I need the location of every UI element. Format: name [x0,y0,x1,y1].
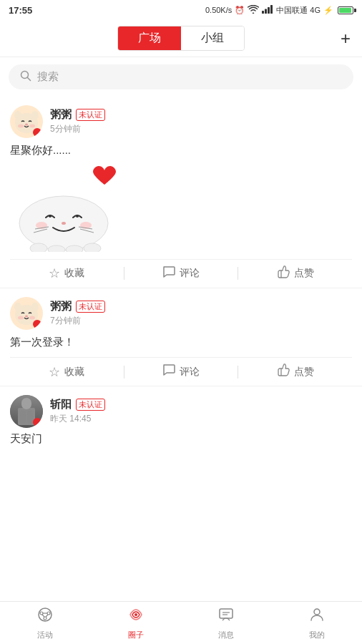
tab-guangchang[interactable]: 广场 [118,26,181,50]
post-username-row: 粥粥 未认证 [50,300,105,313]
thumbsup-icon [277,265,290,282]
post-username: 粥粥 [50,108,72,122]
post-username-row: 斩阳 未认证 [50,398,105,411]
avatar [10,105,43,138]
svg-point-16 [49,215,52,218]
search-bar[interactable]: 搜索 [9,64,353,89]
status-right: 0.50K/s ⏰ 中国联通 4G ⚡ [205,5,353,16]
status-time: 17:55 [9,5,32,16]
comment-button[interactable]: 评论 [124,364,238,380]
collect-button[interactable]: ☆ 收藏 [10,364,124,380]
post-username: 粥粥 [50,300,72,313]
post-username: 斩阳 [50,398,72,411]
like-button[interactable]: 点赞 [238,364,352,380]
post-time: 7分钟前 [50,315,105,327]
post-unverified-badge: 未认证 [76,399,105,411]
post-unverified-badge: 未认证 [76,301,105,313]
add-button[interactable]: + [341,29,351,49]
like-button[interactable]: 点赞 [238,265,352,282]
circle-label: 圈子 [128,630,144,640]
post-time: 5分钟前 [50,123,105,135]
like-label: 点赞 [294,267,314,280]
svg-line-44 [46,615,48,617]
nav-message[interactable]: 消息 [181,606,272,640]
svg-rect-3 [270,5,273,14]
comment-button[interactable]: 评论 [124,265,238,282]
collect-label: 收藏 [64,267,84,280]
svg-point-13 [62,222,66,225]
post-time: 昨天 14:45 [50,413,105,425]
svg-point-40 [47,612,50,615]
star-icon: ☆ [49,364,60,380]
avatar-badge [33,418,41,426]
activity-label: 活动 [37,630,53,640]
header: 广场 小组 + [0,20,362,57]
wifi-icon [248,5,259,15]
nav-circle[interactable]: 圈子 [91,606,182,640]
post-header: 粥粥 未认证 5分钟前 [10,105,352,138]
search-icon [20,70,31,84]
avatar-badge [33,320,41,328]
post-user-info: 粥粥 未认证 5分钟前 [50,108,105,135]
action-bar: ☆ 收藏 评论 点赞 [10,357,352,386]
comment-icon [162,364,175,380]
svg-rect-0 [262,11,264,14]
post-user-info: 粥粥 未认证 7分钟前 [50,300,105,327]
svg-point-11 [29,125,35,128]
post-item: 粥粥 未认证 5分钟前 星聚你好...... [0,97,362,288]
nav-profile[interactable]: 我的 [272,606,363,640]
svg-point-7 [14,111,21,119]
svg-line-5 [28,78,31,81]
tab-xiaozu[interactable]: 小组 [181,26,244,50]
network-speed: 0.50K/s [205,6,232,14]
post-content-preview: 天安门 [10,432,352,453]
post-user-info: 斩阳 未认证 昨天 14:45 [50,398,105,425]
svg-point-22 [30,243,47,252]
svg-point-29 [31,303,39,311]
collect-button[interactable]: ☆ 收藏 [10,265,124,281]
svg-point-24 [66,245,83,252]
svg-point-9 [25,124,28,126]
battery-icon [338,6,353,14]
comment-icon [162,265,175,282]
avatar-badge [33,128,41,137]
svg-rect-35 [21,398,31,409]
message-label: 消息 [218,630,234,640]
svg-point-32 [29,316,35,319]
post-content: 星聚你好...... [10,142,352,159]
post-item: 斩阳 未认证 昨天 14:45 天安门 [0,386,362,453]
svg-point-8 [31,111,39,119]
profile-icon [308,606,326,628]
svg-rect-46 [220,609,233,618]
avatar [10,395,43,428]
post-username-row: 粥粥 未认证 [50,108,105,122]
comment-label: 评论 [180,267,200,280]
svg-point-41 [44,617,47,620]
main-content: 搜索 [0,64,362,496]
post-header: 斩阳 未认证 昨天 14:45 [10,395,352,428]
carrier: 中国联通 4G [276,5,321,16]
nav-activity[interactable]: 活动 [0,606,91,640]
circle-icon [127,606,145,628]
svg-point-25 [84,243,101,252]
charging-icon: ⚡ [323,6,333,15]
svg-point-30 [25,315,28,317]
post-content: 第一次登录！ [10,334,352,351]
signal-icon [262,5,273,15]
comment-label: 评论 [180,366,200,379]
svg-rect-37 [27,411,33,424]
svg-rect-2 [268,7,270,14]
svg-point-23 [48,245,65,252]
star-icon: ☆ [49,265,60,281]
search-placeholder: 搜索 [37,70,342,84]
svg-point-39 [40,612,43,615]
svg-line-43 [42,615,44,617]
activity-icon [36,606,54,628]
like-label: 点赞 [294,366,314,379]
post-unverified-badge: 未认证 [76,109,105,121]
action-bar: ☆ 收藏 评论 点赞 [10,259,352,288]
svg-point-10 [18,125,24,128]
svg-point-45 [134,613,137,616]
thumbsup-icon [277,364,290,380]
svg-rect-36 [20,411,26,424]
